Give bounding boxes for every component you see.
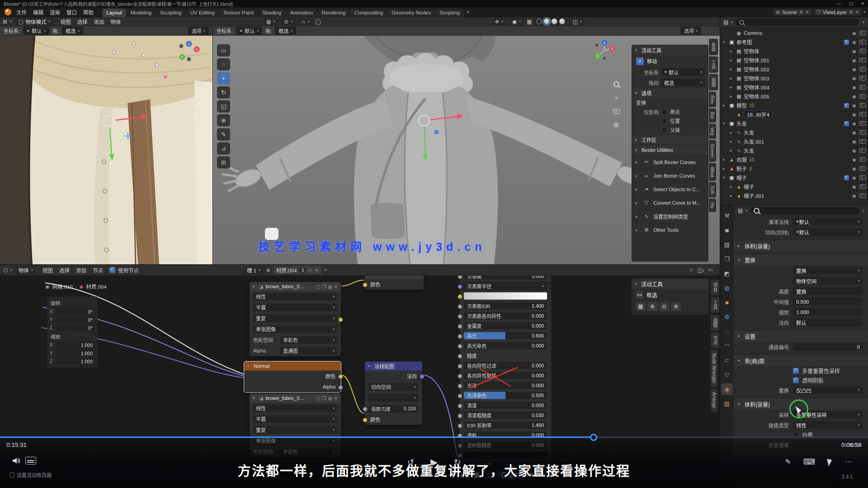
bezier-utilities-title[interactable]: Bezier Utilities: [642, 147, 673, 153]
eye-icon[interactable]: ◉: [852, 148, 856, 153]
eye-icon[interactable]: ◉: [852, 175, 856, 180]
normal-map-node[interactable]: ▾法线贴图 法向 切向空间▾ ▾ 强度/力度 0.100 颜色: [364, 361, 423, 425]
image-texture-node[interactable]: ▾◪ brown_fabric_0... ▢❐▤✕ 线性▾ 平展▾: [249, 282, 341, 357]
outliner-row[interactable]: ▸ ▲ 帽子.001 ◉: [720, 191, 868, 200]
camera-icon[interactable]: [859, 40, 866, 44]
bsdf-input-row[interactable]: 各向异性旋转 0.000: [460, 371, 551, 380]
xray-toggle-icon[interactable]: ▦: [527, 19, 532, 25]
user-count-badge[interactable]: 3: [299, 267, 306, 273]
outliner-row[interactable]: ▸ ▦ 空物体.001 ◉: [720, 56, 868, 65]
tool-button[interactable]: ▭: [217, 44, 230, 56]
orientation-dropdown[interactable]: ⌖ 默认▾: [23, 27, 49, 35]
property-row[interactable]: 高度 置换: [734, 286, 868, 296]
volume-section-header[interactable]: ▸体积(容量): [734, 240, 868, 251]
eye-icon[interactable]: ◉: [852, 85, 856, 90]
camera-icon[interactable]: [859, 130, 866, 135]
checkbox[interactable]: [661, 127, 667, 133]
properties-tab[interactable]: ▽: [721, 369, 733, 380]
scale-field[interactable]: X1.000: [50, 341, 95, 349]
property-row[interactable]: 清漆法线 ⌖ 默认▾: [734, 216, 868, 227]
property-row[interactable]: 缩放 1.000: [734, 307, 868, 317]
camera-icon[interactable]: [859, 67, 866, 71]
outliner-row[interactable]: ▸ ▦ 空物体.005 ◉: [720, 92, 868, 101]
node-header[interactable]: ▾法线贴图: [365, 361, 422, 371]
camera-icon[interactable]: [859, 94, 866, 99]
node-dropdown-row[interactable]: 平展▾: [250, 302, 341, 313]
camera-icon[interactable]: [859, 112, 866, 117]
drag-dropdown[interactable]: 框选▾: [62, 27, 83, 35]
workspace-tab[interactable]: Shading: [258, 9, 285, 17]
shader-menu-item[interactable]: 视图: [39, 267, 56, 274]
editor-type-icon[interactable]: ▤▾: [738, 207, 747, 214]
menu-item[interactable]: 文件: [13, 9, 30, 16]
camera-view-icon[interactable]: [195, 107, 204, 116]
node-dropdown-row[interactable]: 线性▾: [250, 403, 341, 413]
bsdf-input-row[interactable]: 光泽 0.000: [460, 380, 551, 390]
surface-section-header[interactable]: ▾表(曲)面: [734, 355, 868, 366]
sidebar-tab[interactable]: Rea: [709, 92, 716, 107]
sidebar-tab[interactable]: Weat: [709, 163, 716, 181]
shader-menu-item[interactable]: 选择: [56, 267, 73, 274]
drag-dropdown[interactable]: 框选▾: [275, 27, 296, 35]
select-mode-icon[interactable]: ▦: [636, 302, 646, 311]
checkbox[interactable]: [844, 103, 849, 108]
outliner-row[interactable]: ▸ ▲ 衣服 10 ◉: [720, 155, 868, 164]
navigation-gizmo[interactable]: Z X Y: [593, 39, 616, 62]
workspace-panel-title[interactable]: 工作区: [642, 136, 656, 143]
camera-icon[interactable]: [859, 58, 866, 62]
sidebar-tab[interactable]: 视图: [709, 74, 718, 90]
orientation-dropdown[interactable]: ⌖ 默认▾: [236, 27, 262, 35]
properties-tab[interactable]: ⚒: [721, 210, 733, 221]
sidebar-tab[interactable]: 条目: [709, 39, 718, 55]
sidebar-tab[interactable]: Veg: [709, 124, 716, 139]
panel-title[interactable]: 活动工具: [642, 47, 661, 54]
property-row[interactable]: 通道编号 0: [734, 342, 868, 352]
eye-icon[interactable]: ◉: [852, 193, 856, 198]
camera-icon[interactable]: [859, 193, 866, 198]
sidebar-tab[interactable]: 视图: [711, 314, 720, 331]
tool-button[interactable]: ⊞: [217, 156, 230, 169]
options-dropdown[interactable]: 选项▾: [188, 27, 209, 35]
outliner-row[interactable]: ▸ ▦ 空物体.004 ◉: [720, 83, 868, 92]
viewport-menu-item[interactable]: 添加: [91, 19, 108, 25]
property-row[interactable]: 置换 仅凸凹▾: [734, 385, 868, 395]
maximize-button[interactable]: ▢: [849, 1, 853, 6]
mode-dropdown[interactable]: ▢ 物体模式▾: [15, 18, 54, 26]
tool-button[interactable]: ✎: [217, 128, 230, 141]
outliner-search-input[interactable]: [736, 19, 859, 26]
outliner-row[interactable]: ▸ ▲ 帽子 ◉: [720, 182, 868, 191]
workspace-tab[interactable]: Geometry Nodes: [387, 9, 435, 17]
checkbox[interactable]: [844, 121, 849, 126]
property-row[interactable]: 中间值 0.500: [734, 296, 868, 307]
filter-icon[interactable]: ▾: [863, 10, 865, 14]
sidebar-tab[interactable]: Soft: [709, 182, 716, 197]
transform-orientation-dropdown[interactable]: ◍▾: [264, 18, 278, 25]
new-viewlayer-icon[interactable]: ⊕: [849, 9, 853, 14]
bsdf-input-row[interactable]: 次表面颜色: [460, 291, 551, 301]
sidebar-tab[interactable]: Node Wrangler: [711, 350, 718, 387]
properties-tab[interactable]: ⚙: [721, 311, 733, 323]
eye-icon[interactable]: ◉: [852, 130, 856, 135]
bezier-tool-row[interactable]: ▸ ∞ Join Bezier Curves: [632, 169, 708, 182]
camera-icon[interactable]: [859, 76, 866, 80]
shader-menu-item[interactable]: 节点: [90, 267, 106, 274]
tool-button[interactable]: ◌: [217, 58, 230, 70]
close-button[interactable]: ✕: [861, 1, 864, 6]
camera-icon[interactable]: [859, 157, 866, 162]
navigation-gizmo[interactable]: Z X Y: [177, 40, 201, 63]
tool-button[interactable]: ◱: [217, 100, 230, 113]
grid-view-icon[interactable]: ⊞: [612, 120, 621, 129]
select-mode-icon[interactable]: ⊕: [647, 302, 657, 311]
node-dropdown-row[interactable]: 平展▾: [250, 413, 341, 424]
checkbox[interactable]: [844, 40, 849, 45]
node-dropdown-row[interactable]: 单张图像▾: [250, 324, 341, 334]
eye-icon[interactable]: ◉: [852, 67, 856, 72]
bezier-tool-row[interactable]: ▸ ▽ Convert Curve to M...: [632, 196, 708, 209]
outliner-row[interactable]: ▸ ▦ 空物体.002 ◉: [720, 65, 868, 74]
checkbox[interactable]: [793, 368, 799, 374]
slot-dropdown[interactable]: 槽 1▾: [244, 266, 264, 274]
overlays-dropdown[interactable]: ◉▾: [509, 18, 524, 25]
outliner-row[interactable]: ▸ ∿ 头发 ◉: [720, 128, 868, 137]
viewlayer-selector[interactable]: ❐ ViewLayer ⊕ ✕: [814, 9, 862, 15]
bezier-tool-row[interactable]: ▸ ∿ 设置控制网类型: [632, 209, 708, 223]
